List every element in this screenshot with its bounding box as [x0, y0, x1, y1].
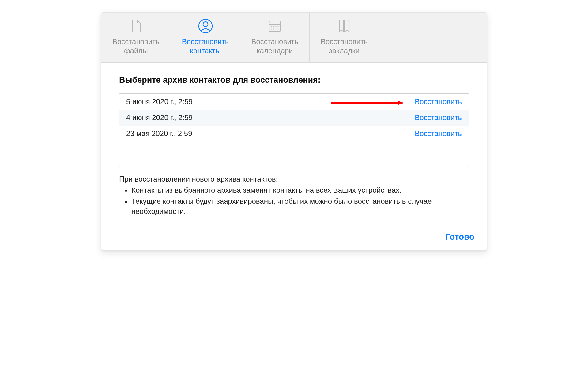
notes-title: При восстановлении нового архива контакт… — [119, 175, 469, 184]
svg-point-1 — [203, 22, 208, 27]
restore-link[interactable]: Восстановить — [415, 129, 462, 138]
tab-restore-contacts[interactable]: Восстановить контакты — [171, 13, 240, 62]
archive-row[interactable]: 5 июня 2020 г., 2:59 Восстановить — [119, 94, 469, 110]
file-icon — [128, 18, 144, 34]
restore-panel: Восстановить файлы Восстановить контакты — [101, 12, 487, 251]
svg-point-0 — [199, 19, 212, 33]
note-item: Текущие контакты будут заархивированы, ч… — [131, 196, 469, 216]
tab-label: Восстановить контакты — [182, 37, 229, 55]
calendar-icon — [267, 18, 283, 34]
panel-body: Выберите архив контактов для восстановле… — [101, 63, 487, 225]
archive-date: 4 июня 2020 г., 2:59 — [126, 113, 193, 122]
tab-label: Восстановить закладки — [321, 37, 368, 55]
tab-restore-calendars[interactable]: Восстановить календари — [240, 13, 310, 62]
contact-icon — [198, 18, 213, 34]
note-item: Контакты из выбранного архива заменят ко… — [131, 185, 469, 195]
archive-date: 5 июня 2020 г., 2:59 — [126, 97, 193, 106]
archive-date: 23 мая 2020 г., 2:59 — [126, 129, 192, 138]
svg-rect-2 — [269, 21, 280, 32]
archive-row[interactable]: 4 июня 2020 г., 2:59 Восстановить — [119, 110, 469, 126]
restore-link[interactable]: Восстановить — [415, 97, 462, 106]
svg-point-4 — [271, 26, 272, 27]
svg-point-5 — [273, 26, 274, 27]
panel-footer: Готово — [101, 225, 487, 250]
done-button[interactable]: Готово — [445, 232, 474, 242]
svg-point-10 — [276, 28, 277, 29]
tab-restore-files[interactable]: Восстановить файлы — [101, 13, 171, 62]
svg-point-7 — [278, 26, 279, 27]
archive-list: 5 июня 2020 г., 2:59 Восстановить 4 июня… — [119, 93, 469, 167]
restore-link[interactable]: Восстановить — [415, 113, 462, 122]
tab-label: Восстановить файлы — [112, 37, 160, 55]
bookmark-icon — [336, 18, 352, 34]
svg-point-9 — [273, 28, 274, 29]
restore-notes: При восстановлении нового архива контакт… — [119, 175, 469, 216]
tab-label: Восстановить календари — [251, 37, 298, 55]
svg-point-6 — [276, 26, 277, 27]
archive-heading: Выберите архив контактов для восстановле… — [119, 75, 469, 85]
archive-row[interactable]: 23 мая 2020 г., 2:59 Восстановить — [119, 126, 469, 142]
restore-tabbar: Восстановить файлы Восстановить контакты — [101, 13, 487, 63]
tab-restore-bookmarks[interactable]: Восстановить закладки — [310, 13, 379, 62]
svg-point-11 — [278, 28, 279, 29]
svg-point-8 — [271, 28, 272, 29]
